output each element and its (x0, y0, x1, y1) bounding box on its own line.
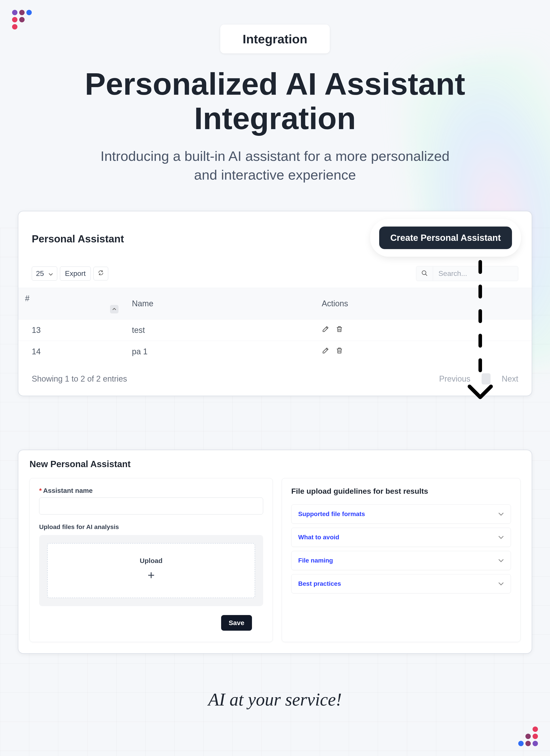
flow-arrow (467, 260, 494, 402)
assistant-name-input[interactable] (39, 498, 263, 515)
chevron-down-icon (48, 269, 53, 278)
plus-icon: + (48, 568, 255, 582)
form-card: *Assistant name Upload files for AI anal… (29, 478, 273, 642)
assistant-name-label: *Assistant name (39, 487, 263, 494)
edit-icon[interactable] (322, 325, 329, 333)
page-subtitle: Introducing a built-in AI assistant for … (0, 147, 550, 184)
accordion-supported-formats[interactable]: Supported file formats (291, 504, 511, 524)
integration-badge: Integration (220, 25, 330, 53)
table-row: 14 pa 1 (18, 341, 532, 362)
page-size-select[interactable]: 25 (32, 267, 57, 281)
edit-icon[interactable] (322, 347, 329, 354)
column-number[interactable]: # (18, 288, 125, 319)
sort-asc-icon[interactable] (110, 305, 118, 313)
chevron-down-icon (498, 535, 504, 539)
create-personal-assistant-button[interactable]: Create Personal Assistant (379, 227, 512, 249)
table-row: 13 test (18, 319, 532, 341)
export-button[interactable]: Export (60, 267, 91, 281)
refresh-icon (98, 270, 104, 276)
page-title: Personalized AI Assistant Integration (0, 67, 550, 136)
refresh-button[interactable] (93, 267, 108, 280)
guidelines-card: File upload guidelines for best results … (282, 478, 521, 642)
upload-label: Upload files for AI analysis (39, 523, 263, 531)
assistants-table: # Name Actions 13 test (18, 288, 532, 362)
chevron-down-icon (498, 582, 504, 586)
accordion-what-to-avoid[interactable]: What to avoid (291, 528, 511, 547)
assistant-list-panel: Personal Assistant Create Personal Assis… (18, 211, 532, 396)
trash-icon[interactable] (336, 347, 343, 354)
next-button[interactable]: Next (502, 374, 518, 384)
panel-title: Personal Assistant (32, 233, 124, 245)
chevron-down-icon (498, 512, 504, 516)
create-button-halo: Create Personal Assistant (373, 222, 518, 254)
previous-button[interactable]: Previous (439, 374, 470, 384)
logo-dots-bottom-right (517, 726, 539, 747)
guidelines-title: File upload guidelines for best results (291, 487, 511, 496)
chevron-down-icon (498, 559, 504, 563)
upload-dropzone[interactable]: Upload + (47, 543, 255, 598)
save-button[interactable]: Save (221, 615, 252, 631)
arrow-down-icon (467, 383, 494, 402)
panel-title: New Personal Assistant (29, 459, 521, 469)
tagline: AI at your service! (0, 689, 550, 710)
svg-point-0 (422, 271, 426, 275)
column-actions: Actions (315, 288, 532, 319)
new-assistant-panel: New Personal Assistant *Assistant name U… (18, 450, 532, 654)
accordion-best-practices[interactable]: Best practices (291, 574, 511, 593)
entries-info: Showing 1 to 2 of 2 entries (32, 374, 127, 384)
column-name[interactable]: Name (125, 288, 315, 319)
accordion-file-naming[interactable]: File naming (291, 551, 511, 570)
search-icon (416, 267, 433, 281)
trash-icon[interactable] (336, 325, 343, 333)
